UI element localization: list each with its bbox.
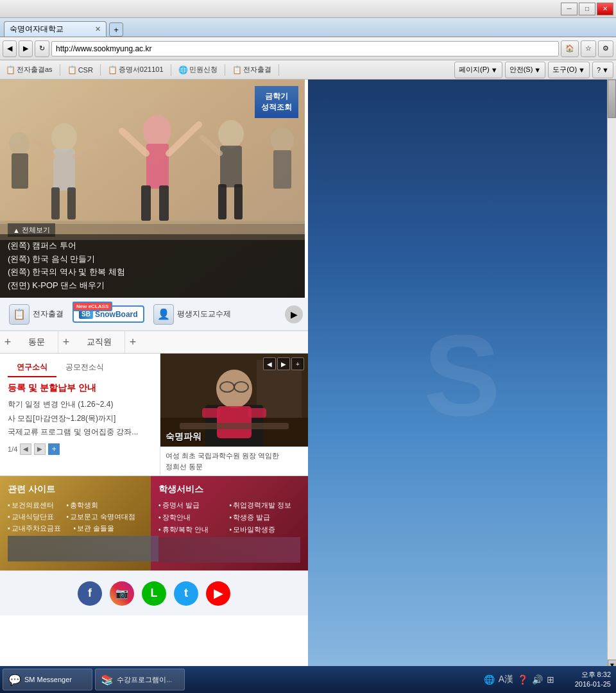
quick-links-arrow[interactable]: ▶	[285, 305, 303, 323]
maximize-button[interactable]: □	[579, 3, 595, 15]
help-icon: ?	[597, 66, 601, 74]
quick-link-lifelong[interactable]: 👤 평생지도교수제	[150, 302, 235, 327]
news-prev-button[interactable]: ◀	[20, 443, 31, 455]
news-add-button[interactable]: +	[48, 443, 60, 455]
related-link-6[interactable]: 보관 솔들올	[74, 524, 115, 533]
system-clock: 오후 8:32 2016-01-25	[560, 670, 611, 690]
help-button[interactable]: ? ▼	[592, 62, 613, 78]
svg-point-14	[218, 120, 244, 148]
bookmark-4-icon: 🌐	[178, 65, 188, 74]
person-card: ◀ ▶ + 숙명파워 여성 최초 국립과학수원 원장 역임한 정희선 동문	[160, 354, 308, 475]
svg-rect-31	[248, 408, 266, 418]
close-button[interactable]: ✕	[597, 3, 613, 15]
add-dongmun-before[interactable]: +	[0, 334, 15, 350]
back-icon: ◀	[7, 44, 12, 53]
sub-nav-dongmun[interactable]: 동문	[15, 331, 58, 353]
network-icon[interactable]: 🌐	[484, 674, 495, 685]
favorites-button[interactable]: ☆	[581, 40, 596, 57]
tab-close-button[interactable]: ✕	[95, 25, 101, 33]
student-services-image	[158, 537, 300, 563]
bookmark-4-label: 민원신청	[189, 65, 218, 74]
bookmark-2[interactable]: 📋 CSR	[64, 64, 96, 76]
back-button[interactable]: ◀	[3, 40, 17, 57]
windows-icon[interactable]: ⊞	[547, 674, 554, 685]
snowboard-button[interactable]: New eCLASS SB SnowBoard	[73, 305, 144, 323]
safety-menu[interactable]: 안전(S) ▼	[505, 62, 546, 78]
twitter-button[interactable]: t	[174, 581, 198, 606]
bookmark-3[interactable]: 📋 증명서021101	[105, 64, 167, 76]
svg-rect-20	[12, 153, 28, 189]
bookmark-1[interactable]: 📋 전자출결as	[3, 64, 56, 76]
help-sys-icon[interactable]: ❓	[517, 674, 528, 685]
service-1[interactable]: 증명서 발급	[158, 501, 227, 510]
instagram-button[interactable]: 📷	[110, 581, 134, 606]
attendance-label: 전자출결	[33, 309, 64, 320]
keyboard-icon[interactable]: A漢	[499, 674, 513, 685]
add-faculty-after[interactable]: +	[125, 334, 141, 350]
page-label: 페이지(P)	[459, 65, 490, 74]
browser-tab[interactable]: 숙명여자대학교 ✕	[4, 21, 107, 37]
taskbar-item-course[interactable]: 📚 수강프로그램이...	[95, 669, 185, 690]
tools-menu[interactable]: 도구(O) ▼	[548, 62, 590, 78]
address-bar[interactable]	[51, 41, 559, 56]
youtube-button[interactable]: ▶	[206, 581, 230, 606]
related-link-5[interactable]: 교내주차요금표	[8, 524, 61, 533]
related-sites-image	[8, 536, 158, 561]
bookmark-4[interactable]: 🌐 민원신청	[175, 64, 221, 76]
quick-link-attendance[interactable]: 📋 전자출결	[5, 302, 67, 327]
service-3[interactable]: 장학안내	[158, 513, 227, 522]
grade-inquiry-badge[interactable]: 금학기 성적조회	[255, 86, 298, 118]
news-tab-research-label: 연구소식	[17, 363, 47, 372]
news-tab-contest-label: 공모전소식	[65, 363, 104, 372]
person-card-prev[interactable]: ◀	[263, 357, 276, 370]
news-tab-research[interactable]: 연구소식	[8, 359, 56, 377]
scrollbar-thumb[interactable]	[608, 80, 616, 118]
related-link-2[interactable]: 총학생회	[67, 501, 99, 510]
news-left-panel: 연구소식 공모전소식 등록 및 분할납부 안내 학기 일정 변경 안내 (1.2…	[0, 354, 160, 475]
facebook-icon: f	[88, 586, 92, 600]
news-item-2[interactable]: 사 모집[마감연장~1.28(목)까지]	[8, 412, 152, 426]
refresh-button[interactable]: ↻	[35, 40, 49, 57]
line-button[interactable]: L	[142, 581, 166, 606]
bookmark-separator-5	[278, 64, 279, 76]
new-tab-button[interactable]: +	[109, 22, 123, 37]
related-link-4[interactable]: 교보문고 숙명여대점	[67, 512, 136, 522]
faculty-label: 교직원	[87, 336, 112, 348]
tab-bar: 숙명여자대학교 ✕ +	[0, 18, 616, 37]
add-dongmun-after[interactable]: +	[58, 334, 74, 350]
taskbar-item-messenger[interactable]: 💬 SM Messenger	[3, 669, 92, 690]
forward-icon: ▶	[23, 44, 28, 53]
related-link-1[interactable]: 보건의료센터	[8, 501, 54, 510]
person-card-add[interactable]: +	[291, 357, 304, 370]
news-next-button[interactable]: ▶	[34, 443, 46, 455]
news-tab-contest[interactable]: 공모전소식	[56, 359, 113, 377]
svg-point-19	[9, 132, 30, 155]
messenger-icon: 💬	[8, 674, 21, 686]
instagram-icon: 📷	[116, 587, 128, 599]
taskbar-right: 🌐 A漢 ❓ 🔊 ⊞ 오후 8:32 2016-01-25	[484, 670, 613, 690]
safety-label: 안전(S)	[509, 65, 533, 74]
related-link-3[interactable]: 교내식당단표	[8, 512, 54, 522]
home-button[interactable]: 🏠	[561, 40, 579, 57]
service-2[interactable]: 취업경력개발 정보	[230, 501, 298, 510]
minimize-button[interactable]: ─	[561, 3, 578, 15]
person-card-next[interactable]: ▶	[277, 357, 290, 370]
scrollbar[interactable]: ▲ ▼	[607, 80, 616, 670]
page-menu[interactable]: 페이지(P) ▼	[454, 62, 502, 78]
news-item-3[interactable]: 국제교류 프로그램 및 영어집중 강좌...	[8, 425, 152, 440]
course-label: 수강프로그램이...	[117, 675, 172, 685]
sub-nav-faculty[interactable]: 교직원	[74, 331, 125, 353]
news-item-1[interactable]: 학기 일정 변경 안내 (1.26~2.4)	[8, 398, 152, 412]
facebook-button[interactable]: f	[78, 581, 102, 606]
twitter-icon: t	[184, 586, 188, 600]
svg-rect-29	[217, 406, 252, 438]
settings-button[interactable]: ⚙	[598, 40, 613, 57]
service-4[interactable]: 학생증 발급	[230, 513, 298, 522]
bookmark-5[interactable]: 📋 전자출결	[229, 64, 275, 76]
title-bar: ─ □ ✕	[0, 0, 616, 18]
service-5[interactable]: 휴학/복학 안내	[158, 525, 227, 535]
service-6[interactable]: 모바일학생증	[230, 525, 298, 535]
hero-section: 금학기 성적조회 ▲ 전체보기 (왼쪽) 캠퍼스 투어 (왼쪽) 한국 음식 만…	[0, 80, 305, 298]
forward-button[interactable]: ▶	[19, 40, 33, 57]
speaker-icon[interactable]: 🔊	[532, 674, 543, 685]
